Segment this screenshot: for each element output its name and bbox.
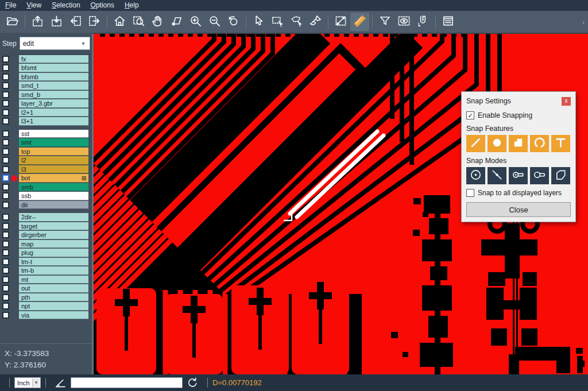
layer-checkbox[interactable] <box>2 118 9 125</box>
layer-checkbox[interactable] <box>2 82 9 89</box>
snap-dialog-titlebar[interactable]: Snap Settings x <box>466 96 571 106</box>
layer-checkbox[interactable] <box>2 184 9 191</box>
close-icon[interactable]: x <box>562 97 571 106</box>
menu-file[interactable]: File <box>0 0 21 11</box>
layer-checkbox[interactable] <box>2 258 9 265</box>
snap-pad-outline-button[interactable] <box>530 167 549 184</box>
visibility-button[interactable] <box>394 13 413 31</box>
layer-label[interactable]: l3 <box>19 165 88 174</box>
rect-select-button[interactable] <box>268 13 287 31</box>
pan-button[interactable] <box>148 13 167 31</box>
layer-checkbox[interactable] <box>2 223 9 230</box>
layer-checkbox[interactable] <box>2 276 9 283</box>
layer-checkbox[interactable] <box>2 109 9 116</box>
layer-label[interactable]: map <box>19 240 88 249</box>
snap-pad-button[interactable] <box>488 135 506 152</box>
zoom-previous-button[interactable] <box>224 13 243 31</box>
layer-checkbox[interactable] <box>2 303 9 309</box>
zoom-region-button[interactable] <box>129 13 148 31</box>
import-up-button[interactable] <box>28 13 47 31</box>
layer-checkbox[interactable] <box>2 192 9 199</box>
layer-label[interactable]: pth <box>19 293 88 302</box>
snap-center-button[interactable] <box>466 167 485 184</box>
all-layers-checkbox[interactable] <box>466 189 474 197</box>
snap-midpoint-button[interactable] <box>488 167 506 184</box>
zoom-out-button[interactable] <box>205 13 224 31</box>
close-button[interactable]: Close <box>466 202 571 217</box>
layer-label[interactable]: sst <box>19 130 88 138</box>
snap-line-button[interactable] <box>466 135 485 152</box>
menu-help[interactable]: Help <box>119 0 144 11</box>
layer-checkbox[interactable] <box>2 285 9 292</box>
layer-label[interactable]: smb <box>19 183 88 192</box>
menu-selection[interactable]: Selection <box>47 0 85 11</box>
menu-options[interactable]: Options <box>86 0 119 11</box>
layer-label[interactable]: bot⊞ <box>19 174 88 183</box>
unit-select[interactable]: Inch ▾ <box>14 377 41 388</box>
layer-label[interactable]: plug <box>19 249 88 257</box>
panel-button[interactable] <box>439 13 458 31</box>
import-down-button[interactable] <box>47 13 66 31</box>
layer-label[interactable]: l2+1 <box>19 109 88 117</box>
layer-checkbox[interactable] <box>2 64 9 71</box>
layer-checkbox[interactable] <box>2 241 9 247</box>
layer-checkbox[interactable] <box>2 249 9 256</box>
magnet-button[interactable] <box>413 13 432 31</box>
layer-checkbox[interactable] <box>2 312 9 319</box>
layer-checkbox[interactable] <box>2 294 9 301</box>
import-left-button[interactable] <box>66 13 85 31</box>
layer-label[interactable]: npt <box>19 302 88 311</box>
step-select[interactable]: edit ▾ <box>20 37 90 50</box>
layer-label[interactable]: l2 <box>19 156 88 165</box>
layer-label[interactable]: smd_t <box>19 82 88 90</box>
toolbar-overflow-chevron[interactable]: › <box>582 18 585 26</box>
snap-contour-button[interactable] <box>551 167 570 184</box>
poly-select-button[interactable] <box>287 13 306 31</box>
open-button[interactable] <box>3 13 22 31</box>
layer-label[interactable]: mt <box>19 276 88 284</box>
layer-checkbox[interactable] <box>2 139 9 146</box>
layer-checkbox[interactable] <box>2 267 9 274</box>
layer-checkbox[interactable] <box>2 231 9 238</box>
snap-pad-slot-button[interactable] <box>509 167 528 184</box>
layer-label[interactable]: layer_3.gbr <box>19 99 88 108</box>
snap-arc-button[interactable] <box>530 135 549 152</box>
brush-button[interactable] <box>306 13 325 31</box>
layer-label[interactable]: dirgerber <box>19 231 88 239</box>
layer-checkbox[interactable] <box>2 157 9 164</box>
layer-checkbox[interactable] <box>2 56 9 63</box>
layer-checkbox[interactable] <box>2 130 9 137</box>
filter-button[interactable] <box>376 13 394 31</box>
layer-label[interactable]: tm-t <box>19 258 88 266</box>
layer-checkbox[interactable] <box>2 100 9 107</box>
layer-label[interactable]: ssb <box>19 192 88 200</box>
layer-checkbox[interactable] <box>2 166 9 173</box>
layer-label[interactable]: dir <box>19 201 88 210</box>
layer-label[interactable]: top <box>19 148 88 156</box>
layer-checkbox[interactable] <box>2 214 9 220</box>
layer-checkbox[interactable] <box>2 148 9 155</box>
enable-snapping-checkbox[interactable]: ✓ <box>466 111 474 119</box>
dimension-input[interactable] <box>71 377 183 388</box>
import-right-button[interactable] <box>85 13 104 31</box>
layer-label[interactable]: target <box>19 222 88 231</box>
layer-label[interactable]: fx <box>19 55 88 64</box>
snap-surface-button[interactable] <box>509 135 528 152</box>
layer-checkbox[interactable] <box>2 202 9 208</box>
ruler-button[interactable] <box>350 13 369 31</box>
layer-checkbox[interactable] <box>2 73 9 80</box>
snap-text-button[interactable] <box>551 135 570 152</box>
transform-button[interactable] <box>167 13 186 31</box>
zoom-in-button[interactable] <box>186 13 205 31</box>
layer-label[interactable]: smd_b <box>19 91 88 99</box>
home-button[interactable] <box>110 13 129 31</box>
refresh-icon[interactable] <box>186 376 199 389</box>
layer-checkbox[interactable] <box>2 175 9 181</box>
layer-label[interactable]: tm-b <box>19 266 88 275</box>
layer-label[interactable]: via <box>19 311 88 320</box>
layer-label[interactable]: bfsmb <box>19 73 88 82</box>
layer-checkbox[interactable] <box>2 91 9 98</box>
menu-view[interactable]: View <box>21 0 47 11</box>
layer-label[interactable]: bfsmt <box>19 64 88 72</box>
layer-label[interactable]: out <box>19 284 88 293</box>
